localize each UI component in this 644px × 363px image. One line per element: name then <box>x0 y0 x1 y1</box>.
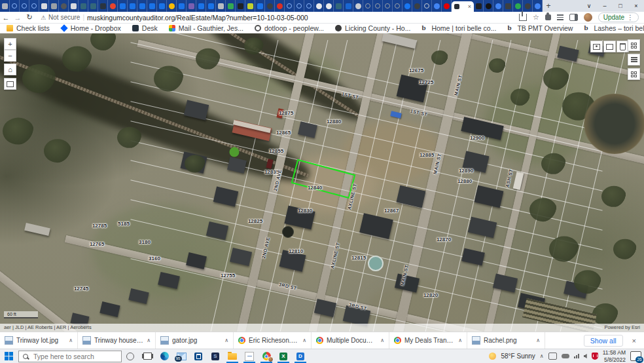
cortana-button[interactable] <box>122 349 139 363</box>
weather-label[interactable]: 58°F Sunny <box>501 353 535 360</box>
browser-tab[interactable] <box>285 0 295 12</box>
browser-tab[interactable] <box>49 0 59 12</box>
browser-tab[interactable] <box>432 0 442 12</box>
browser-tab[interactable] <box>304 0 314 12</box>
download-item[interactable]: Eric Richeson.pdf∧ <box>234 332 312 349</box>
browser-tab[interactable] <box>503 0 513 12</box>
tab-search-button[interactable]: ∨ <box>581 0 597 12</box>
task-view-button[interactable] <box>139 349 156 363</box>
reading-list-icon[interactable] <box>557 14 564 20</box>
bookmark-item[interactable]: bLashes – tori belle c... <box>584 24 644 32</box>
browser-tab[interactable] <box>187 0 196 12</box>
show-all-downloads-button[interactable]: Show all <box>584 335 623 347</box>
settings-button[interactable] <box>628 39 640 51</box>
bookmark-item[interactable]: dotloop - peoplew... <box>255 24 324 32</box>
browser-tab[interactable] <box>373 0 383 12</box>
browser-tab[interactable] <box>167 0 177 12</box>
browser-tab[interactable] <box>79 0 88 12</box>
bookmark-item[interactable]: Home - Dropbox <box>61 24 121 32</box>
browser-tab[interactable] <box>393 0 402 12</box>
grid-view-button[interactable] <box>628 68 640 80</box>
address-bar[interactable]: ⚠ Not secure | muskingumcountyauditor.or… <box>41 14 519 22</box>
onedrive-icon[interactable] <box>562 354 569 358</box>
notes-app[interactable] <box>241 349 258 363</box>
extensions-icon[interactable] <box>545 14 551 20</box>
menu-kebab-icon[interactable]: ⋮ <box>627 14 634 21</box>
browser-tab[interactable] <box>29 0 39 12</box>
bookmark-item[interactable]: Mail - Gauthier, Jes... <box>169 24 243 32</box>
browser-tab[interactable] <box>108 0 118 12</box>
print-button[interactable] <box>4 78 16 90</box>
profile-avatar[interactable] <box>584 13 592 22</box>
browser-tab[interactable] <box>493 0 503 12</box>
browser-tab[interactable] <box>98 0 108 12</box>
browser-tab[interactable] <box>402 0 412 12</box>
tray-app-icon[interactable] <box>548 353 557 360</box>
browser-tab[interactable] <box>216 0 226 12</box>
browser-tab[interactable] <box>324 0 334 12</box>
volume-icon[interactable] <box>584 354 587 358</box>
minimize-button[interactable]: – <box>597 0 613 12</box>
bookmark-star-icon[interactable]: ☆ <box>533 14 539 21</box>
reload-button[interactable]: ↻ <box>24 13 35 22</box>
download-expand-icon[interactable]: ∧ <box>147 337 151 343</box>
basemap-button[interactable] <box>603 41 616 52</box>
download-expand-icon[interactable]: ∧ <box>536 337 540 343</box>
browser-tab[interactable] <box>39 0 49 12</box>
edge-app[interactable] <box>156 349 173 363</box>
bookmark-item[interactable]: Licking County - Ho... <box>335 24 410 32</box>
bookmark-item[interactable]: Desk <box>132 24 158 32</box>
tray-expand-icon[interactable]: ∧ <box>540 353 544 359</box>
browser-tab[interactable] <box>412 0 422 12</box>
browser-tab[interactable] <box>334 0 344 12</box>
download-item[interactable]: My Deals Transacti....pdf∧ <box>389 332 467 349</box>
export-image-button[interactable] <box>590 41 603 52</box>
action-center-button[interactable]: 26 <box>630 351 641 361</box>
bookmark-item[interactable]: Check lists <box>7 24 50 32</box>
share-icon[interactable] <box>519 14 527 21</box>
browser-tab[interactable] <box>275 0 285 12</box>
new-tab-button[interactable]: + <box>543 1 554 10</box>
home-extent-button[interactable]: ⌂ <box>4 64 16 75</box>
browser-tab[interactable] <box>128 0 137 12</box>
taskbar-search[interactable] <box>18 351 122 362</box>
back-button[interactable]: ← <box>0 14 12 22</box>
download-item[interactable]: Trinway house.jpg∧ <box>78 332 156 349</box>
forward-button[interactable]: → <box>12 14 24 22</box>
zoom-out-button[interactable]: − <box>4 50 16 62</box>
active-tab[interactable]: × <box>452 1 474 12</box>
bookmark-item[interactable]: bTB PMT Overview <box>507 24 573 32</box>
browser-tab[interactable] <box>236 0 245 12</box>
antivirus-shield-icon[interactable] <box>592 353 598 360</box>
browser-tab[interactable] <box>353 0 363 12</box>
downloads-close-icon[interactable]: × <box>632 337 636 345</box>
browser-tab[interactable] <box>265 0 275 12</box>
browser-tab[interactable] <box>383 0 393 12</box>
browser-tab[interactable] <box>20 0 29 12</box>
chrome-app[interactable] <box>258 349 275 363</box>
close-button[interactable]: × <box>628 0 644 12</box>
store-app[interactable] <box>190 349 207 363</box>
browser-tab[interactable] <box>484 0 493 12</box>
browser-tab[interactable] <box>513 0 523 12</box>
download-expand-icon[interactable]: ∧ <box>69 337 73 343</box>
browser-tab[interactable] <box>69 0 79 12</box>
browser-tab[interactable] <box>0 0 10 12</box>
browser-tab[interactable] <box>255 0 265 12</box>
browser-tab[interactable] <box>226 0 236 12</box>
excel-app[interactable]: X <box>275 349 292 363</box>
browser-tab[interactable] <box>137 0 147 12</box>
browser-tab[interactable] <box>245 0 255 12</box>
zoom-in-button[interactable]: + <box>4 38 16 50</box>
browser-tab[interactable] <box>157 0 167 12</box>
taskbar-clock[interactable]: 11:58 AM 5/8/2022 <box>603 349 626 362</box>
d-app[interactable]: D <box>292 349 309 363</box>
download-item[interactable]: Multiple Documen....pdf∧ <box>312 332 389 349</box>
file-explorer-app[interactable] <box>224 349 241 363</box>
maximize-button[interactable]: □ <box>613 0 628 12</box>
layers-button[interactable] <box>628 54 640 66</box>
browser-tab[interactable] <box>177 0 187 12</box>
mail-app[interactable]: 95 <box>173 349 190 363</box>
browser-tab[interactable] <box>363 0 373 12</box>
download-item[interactable]: gator.jpg∧ <box>156 332 234 349</box>
